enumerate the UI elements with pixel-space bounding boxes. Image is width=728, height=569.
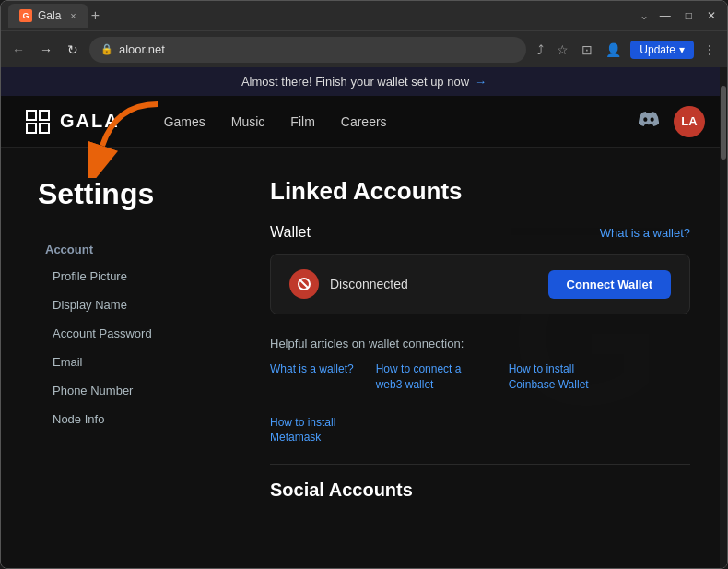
website-content: Almost there! Finish your wallet set up … [1, 67, 727, 568]
banner-arrow-icon[interactable]: → [475, 75, 487, 89]
extensions-icon[interactable]: ⊡ [578, 41, 596, 59]
helpful-link-0[interactable]: What is a wallet? [270, 362, 354, 393]
nav-bar: GALA Games Music Film Careers LA [1, 96, 727, 148]
lock-icon: 🔒 [100, 43, 113, 55]
banner: Almost there! Finish your wallet set up … [1, 67, 727, 96]
nav-film[interactable]: Film [290, 114, 314, 129]
nav-careers[interactable]: Careers [341, 114, 387, 129]
title-bar: G Gala × + ⌄ — □ ✕ [1, 1, 727, 30]
banner-text: Almost there! Finish your wallet set up … [241, 75, 469, 89]
helpful-link-3[interactable]: How to install Metamask [270, 415, 381, 446]
main-content: Linked Accounts Wallet What is a wallet? [241, 177, 690, 508]
tab-title: Gala [38, 9, 61, 22]
back-button[interactable]: ← [8, 41, 29, 59]
tab-close-icon[interactable]: × [70, 10, 76, 21]
wallet-section: Wallet What is a wallet? Disconnected [270, 224, 690, 314]
sidebar: Settings Account Profile Picture Display… [38, 177, 241, 508]
browser-tab[interactable]: G Gala × [8, 4, 88, 28]
gala-logo-icon [23, 107, 53, 136]
nav-links: Games Music Film Careers [164, 114, 387, 129]
linked-accounts-title: Linked Accounts [270, 177, 690, 206]
sidebar-item-node-info[interactable]: Node Info [38, 405, 241, 433]
wallet-card: Disconnected Connect Wallet [270, 254, 690, 314]
helpful-link-2[interactable]: How to install Coinbase Wallet [509, 362, 619, 393]
svg-rect-1 [27, 111, 36, 120]
disconnected-icon [289, 269, 319, 299]
tab-search-icon[interactable]: ⌄ [640, 9, 649, 22]
connect-wallet-button[interactable]: Connect Wallet [548, 270, 671, 299]
update-label: Update [640, 43, 675, 56]
share-icon[interactable]: ⤴ [534, 41, 547, 59]
tab-area: G Gala × + [8, 4, 632, 28]
helpful-links: What is a wallet? How to connect a web3 … [270, 362, 690, 445]
nav-music[interactable]: Music [231, 114, 265, 129]
sidebar-section-account: Account Profile Picture Display Name Acc… [38, 237, 241, 433]
close-button[interactable]: ✕ [703, 7, 720, 24]
bookmark-icon[interactable]: ☆ [553, 41, 572, 59]
wallet-label: Wallet [270, 224, 311, 241]
disconnected-status: Disconnected [330, 277, 408, 291]
helpful-link-1[interactable]: How to connect a web3 wallet [376, 362, 487, 393]
helpful-title: Helpful articles on wallet connection: [270, 337, 690, 350]
nav-right: LA [639, 106, 705, 137]
address-bar: ← → ↻ 🔒 aloor.net ⤴ ☆ ⊡ 👤 Update ▾ ⋮ [1, 30, 727, 67]
toolbar-right: ⤴ ☆ ⊡ 👤 Update ▾ ⋮ [534, 41, 720, 59]
wallet-left: Disconnected [289, 269, 408, 299]
content-area: Settings Account Profile Picture Display… [1, 148, 727, 538]
sidebar-item-phone-number[interactable]: Phone Number [38, 376, 241, 405]
what-is-wallet-link[interactable]: What is a wallet? [600, 226, 690, 240]
sidebar-item-display-name[interactable]: Display Name [38, 290, 241, 319]
refresh-button[interactable]: ↻ [64, 41, 82, 59]
svg-rect-4 [40, 124, 49, 133]
forward-button[interactable]: → [36, 41, 56, 59]
wallet-header: Wallet What is a wallet? [270, 224, 690, 241]
social-accounts-title: Social Accounts [270, 480, 690, 501]
tab-favicon: G [19, 9, 32, 22]
update-chevron-icon: ▾ [679, 43, 685, 56]
sidebar-item-account-password[interactable]: Account Password [38, 319, 241, 348]
minimize-button[interactable]: — [656, 7, 675, 24]
discord-icon[interactable] [639, 112, 659, 131]
svg-line-7 [300, 280, 308, 288]
svg-rect-3 [27, 124, 36, 133]
sidebar-item-email[interactable]: Email [38, 348, 241, 376]
browser-frame: G Gala × + ⌄ — □ ✕ ← → ↻ 🔒 aloor.net ⤴ ☆… [0, 0, 728, 569]
profile-icon[interactable]: 👤 [602, 41, 625, 59]
new-tab-button[interactable]: + [91, 7, 100, 24]
helpful-section: Helpful articles on wallet connection: W… [270, 337, 690, 445]
user-avatar[interactable]: LA [674, 106, 705, 137]
sidebar-item-profile-picture[interactable]: Profile Picture [38, 262, 241, 290]
sidebar-category-account[interactable]: Account [38, 237, 241, 262]
logo-text: GALA [60, 111, 120, 132]
svg-rect-2 [40, 111, 49, 120]
update-button[interactable]: Update ▾ [630, 41, 694, 59]
maximize-button[interactable]: □ [682, 7, 696, 24]
settings-title: Settings [38, 177, 241, 211]
logo[interactable]: GALA [23, 107, 120, 136]
section-divider [270, 464, 690, 465]
url-text: aloor.net [119, 42, 165, 56]
window-controls: ⌄ — □ ✕ [640, 7, 720, 24]
url-bar[interactable]: 🔒 aloor.net [89, 37, 526, 63]
nav-games[interactable]: Games [164, 114, 205, 129]
menu-icon[interactable]: ⋮ [699, 41, 720, 59]
